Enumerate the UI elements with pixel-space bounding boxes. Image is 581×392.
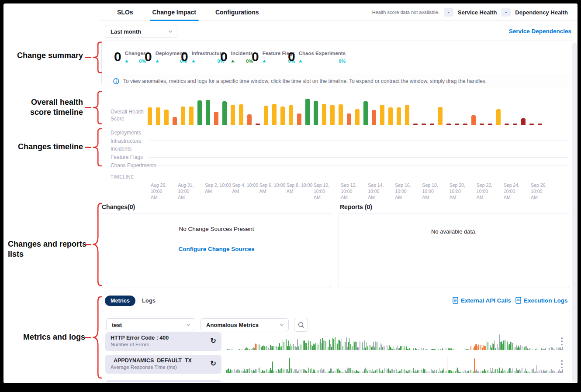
health-score-bar[interactable] bbox=[397, 107, 401, 125]
scrollbar-track[interactable] bbox=[572, 43, 577, 382]
health-score-bar[interactable] bbox=[529, 124, 534, 125]
timeline-label: TIMELINE bbox=[111, 174, 149, 179]
health-score-bar[interactable] bbox=[156, 107, 160, 125]
health-score-bar[interactable] bbox=[480, 124, 484, 125]
change-row-chaos-experiments: Chaos Experiments bbox=[100, 161, 578, 169]
service-filter-select[interactable]: test bbox=[106, 318, 195, 331]
health-score-bar[interactable] bbox=[322, 104, 326, 125]
health-score-bar[interactable] bbox=[231, 105, 235, 125]
execution-logs-link[interactable]: Execution Logs bbox=[515, 297, 568, 304]
health-score-bar[interactable] bbox=[239, 104, 243, 125]
health-score-bar[interactable] bbox=[164, 110, 169, 125]
timeline-date: Sep 2, 10:00 AM bbox=[205, 182, 231, 194]
metric-row-partial bbox=[105, 380, 221, 382]
configure-change-sources-link[interactable]: Configure Change Sources bbox=[102, 246, 331, 252]
health-score-bar[interactable] bbox=[471, 115, 476, 125]
metric-options-menu[interactable] bbox=[559, 337, 565, 346]
health-score-bar[interactable] bbox=[272, 104, 277, 125]
health-score-bar[interactable] bbox=[455, 124, 459, 125]
health-score-bar[interactable] bbox=[505, 124, 509, 125]
time-range-select[interactable]: Last month bbox=[105, 25, 177, 38]
screenshot-frame: SLOsChange ImpactConfigurations Health s… bbox=[0, 0, 581, 392]
health-score-bar[interactable] bbox=[289, 105, 293, 125]
chevron-down-icon bbox=[280, 323, 284, 326]
health-score-bar[interactable] bbox=[538, 124, 542, 125]
change-row-label: Chaos Experiments bbox=[111, 162, 149, 168]
health-score-bar[interactable] bbox=[413, 124, 418, 125]
health-score-bar[interactable] bbox=[380, 105, 384, 125]
refresh-icon[interactable]: ↻ bbox=[211, 360, 216, 368]
health-score-bar[interactable] bbox=[446, 124, 451, 125]
dependency-health-badge: - bbox=[501, 8, 511, 17]
search-button[interactable] bbox=[294, 318, 308, 332]
health-score-bar[interactable] bbox=[422, 124, 426, 125]
tab-metrics[interactable]: Metrics bbox=[105, 296, 135, 306]
service-health-badge: - bbox=[444, 8, 453, 17]
health-score-bar[interactable] bbox=[305, 99, 310, 125]
tab-configurations[interactable]: Configurations bbox=[215, 3, 259, 21]
health-score-bar[interactable] bbox=[197, 100, 202, 125]
changes-empty-text: No Change Sources Present bbox=[102, 226, 331, 232]
health-score-bar[interactable] bbox=[222, 101, 227, 125]
health-score-bar[interactable] bbox=[206, 100, 210, 125]
health-score-bar[interactable] bbox=[314, 101, 318, 125]
search-icon bbox=[298, 322, 304, 328]
overall-health-score-label: Overall Health Score bbox=[111, 108, 144, 122]
health-score-bar[interactable] bbox=[496, 109, 501, 125]
info-banner: To view anomalies, metrics and logs for … bbox=[102, 74, 575, 88]
change-row-infrastructure: Infrastructure bbox=[100, 137, 578, 145]
tab-label: Configurations bbox=[215, 9, 259, 16]
tab-slos[interactable]: SLOs bbox=[117, 3, 133, 21]
tab-logs[interactable]: Logs bbox=[142, 297, 156, 304]
summary-chaos-experiments: 0Chaos Experiments0% bbox=[288, 50, 346, 64]
health-score-bar[interactable] bbox=[264, 106, 268, 125]
metric-options-menu[interactable] bbox=[559, 359, 565, 369]
health-score-bar[interactable] bbox=[463, 124, 467, 125]
health-score-bar[interactable] bbox=[256, 124, 260, 125]
metric-subtitle: Number of Errors bbox=[111, 342, 217, 347]
health-score-bar[interactable] bbox=[388, 107, 393, 125]
refresh-icon[interactable]: ↻ bbox=[211, 337, 216, 345]
health-score-bar[interactable] bbox=[297, 113, 301, 125]
health-score-bar[interactable] bbox=[181, 107, 185, 125]
health-score-bar[interactable] bbox=[173, 117, 177, 125]
health-score-bar[interactable] bbox=[339, 104, 343, 125]
timeline-axis-line bbox=[149, 177, 568, 177]
external-api-calls-link[interactable]: External API Calls bbox=[453, 297, 511, 304]
timeline-date: Sep 12, 10:00 AM bbox=[341, 182, 367, 200]
timeline-date: Sep 18, 10:00 AM bbox=[422, 182, 449, 200]
health-score-bar[interactable] bbox=[405, 105, 409, 125]
tab-change-impact[interactable]: Change Impact bbox=[152, 3, 196, 21]
change-row-incidents: Incidents bbox=[100, 145, 578, 153]
annotation-connector bbox=[85, 337, 91, 338]
metric-card-appdynamics-default-tx[interactable]: _APPDYNAMICS_DEFAULT_TX_Average Response… bbox=[105, 355, 221, 374]
service-dependencies-link[interactable]: Service Dependencies bbox=[509, 28, 571, 34]
metric-type-value: Anomalous Metrics bbox=[206, 322, 259, 328]
health-score-bar[interactable] bbox=[488, 124, 492, 125]
health-score-bar[interactable] bbox=[513, 124, 517, 125]
health-score-bar[interactable] bbox=[280, 107, 285, 125]
health-score-bar[interactable] bbox=[214, 112, 218, 125]
active-tab-underline bbox=[150, 20, 199, 21]
health-score-bar[interactable] bbox=[363, 101, 368, 125]
summary-incidents: 0Incidents0% bbox=[220, 50, 253, 64]
summary-label: Incidents bbox=[231, 51, 253, 56]
health-score-bar[interactable] bbox=[355, 109, 360, 125]
chevron-down-icon bbox=[186, 323, 190, 326]
metric-type-select[interactable]: Anomalous Metrics bbox=[201, 318, 289, 331]
metric-card-http-error-code-400[interactable]: HTTP Error Code : 400Number of Errors↻ bbox=[105, 332, 221, 351]
health-score-bar[interactable] bbox=[372, 110, 376, 125]
health-score-bar[interactable] bbox=[347, 113, 351, 125]
summary-changes: 0Changes0% bbox=[114, 50, 146, 64]
health-score-bar[interactable] bbox=[430, 124, 434, 125]
health-score-bar[interactable] bbox=[189, 107, 194, 125]
trend-up-icon bbox=[231, 60, 235, 62]
health-score-bar[interactable] bbox=[247, 114, 252, 125]
timeline-date: Aug 31, 10:00 AM bbox=[178, 182, 204, 200]
health-score-bar[interactable] bbox=[521, 118, 526, 125]
trend-up-icon bbox=[263, 60, 266, 62]
health-score-bar[interactable] bbox=[330, 105, 335, 125]
health-score-bar[interactable] bbox=[438, 107, 443, 125]
execution-logs-label: Execution Logs bbox=[524, 297, 568, 304]
health-score-bar[interactable] bbox=[148, 107, 152, 125]
